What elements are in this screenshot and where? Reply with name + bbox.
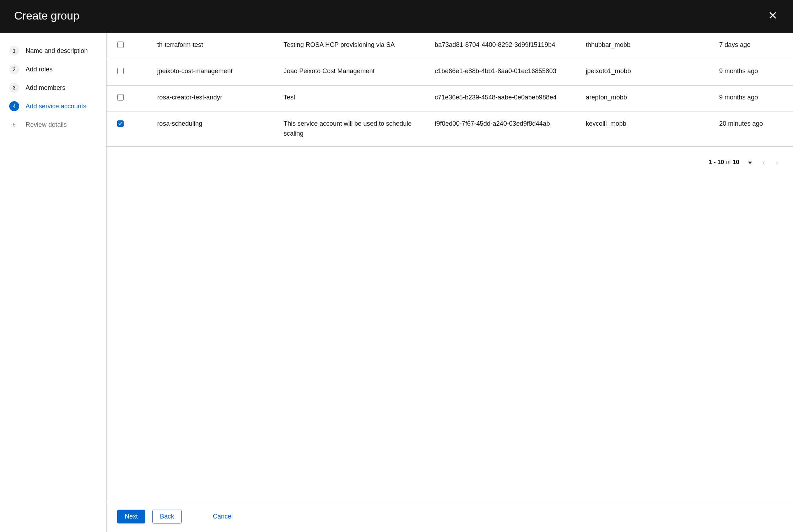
cell-client-id: c71e36e5-b239-4548-aabe-0e0abeb988e4	[435, 85, 586, 112]
pagination-prev[interactable]: ‹	[761, 157, 767, 168]
wizard-step-name-description[interactable]: 1 Name and description	[7, 42, 99, 60]
step-label: Add members	[26, 84, 65, 92]
cell-description: Test	[284, 85, 435, 112]
wizard-step-review-details[interactable]: 5 Review details	[7, 115, 99, 134]
service-accounts-table-wrapper: th-terraform-test Testing ROSA HCP provi…	[107, 33, 793, 501]
cell-owner: arepton_mobb	[586, 85, 719, 112]
cell-name: rosa-creator-test-andyr	[157, 85, 284, 112]
pagination: 1 - 10 of 10 ‹ ›	[107, 147, 793, 177]
step-label: Name and description	[26, 47, 88, 55]
cell-name: rosa-scheduling	[157, 112, 284, 147]
row-checkbox[interactable]	[117, 94, 124, 101]
step-number: 5	[9, 120, 19, 130]
pagination-of: of	[726, 159, 731, 165]
step-number: 1	[9, 46, 19, 56]
table-row: rosa-scheduling This service account wil…	[107, 112, 793, 147]
wizard-step-add-roles[interactable]: 2 Add roles	[7, 60, 99, 78]
wizard-footer: Next Back Cancel	[107, 501, 793, 532]
cell-time: 9 months ago	[719, 85, 793, 112]
step-number: 2	[9, 64, 19, 74]
row-checkbox[interactable]	[117, 120, 124, 127]
cell-client-id: ba73ad81-8704-4400-8292-3d99f15119b4	[435, 33, 586, 59]
table-row: rosa-creator-test-andyr Test c71e36e5-b2…	[107, 85, 793, 112]
wizard-main: th-terraform-test Testing ROSA HCP provi…	[107, 33, 793, 532]
cell-name: th-terraform-test	[157, 33, 284, 59]
pagination-next[interactable]: ›	[773, 157, 780, 168]
cell-owner: thhubbar_mobb	[586, 33, 719, 59]
step-number: 3	[9, 83, 19, 93]
cell-client-id: c1be66e1-e88b-4bb1-8aa0-01ec16855803	[435, 59, 586, 85]
step-label: Add service accounts	[26, 103, 86, 110]
step-label: Review details	[26, 121, 67, 129]
modal-body: 1 Name and description 2 Add roles 3 Add…	[0, 33, 793, 532]
cell-description: Testing ROSA HCP provisioning via SA	[284, 33, 435, 59]
row-checkbox[interactable]	[117, 68, 124, 74]
cell-owner: jpeixoto1_mobb	[586, 59, 719, 85]
cell-client-id: f9f0ed00-7f67-45dd-a240-03ed9f8d44ab	[435, 112, 586, 147]
cell-time: 9 months ago	[719, 59, 793, 85]
wizard-step-list: 1 Name and description 2 Add roles 3 Add…	[7, 42, 99, 134]
wizard-sidebar: 1 Name and description 2 Add roles 3 Add…	[0, 33, 107, 532]
caret-down-icon	[748, 162, 752, 164]
pagination-per-page-toggle[interactable]	[746, 158, 754, 167]
step-label: Add roles	[26, 66, 53, 73]
table-row: jpeixoto-cost-management Joao Peixoto Co…	[107, 59, 793, 85]
modal-title: Create group	[14, 9, 79, 22]
pagination-text: 1 - 10 of 10	[709, 159, 739, 166]
cell-time: 7 days ago	[719, 33, 793, 59]
cell-description: This service account will be used to sch…	[284, 112, 435, 147]
cell-name: jpeixoto-cost-management	[157, 59, 284, 85]
modal-header: Create group	[0, 0, 793, 33]
row-checkbox[interactable]	[117, 42, 124, 48]
table-row: th-terraform-test Testing ROSA HCP provi…	[107, 33, 793, 59]
cancel-button[interactable]: Cancel	[209, 510, 236, 523]
back-button[interactable]: Back	[152, 510, 182, 523]
step-number: 4	[9, 101, 19, 111]
pagination-range: 1 - 10	[709, 159, 724, 165]
close-button[interactable]	[767, 9, 779, 22]
next-button[interactable]: Next	[117, 510, 145, 523]
cell-time: 20 minutes ago	[719, 112, 793, 147]
cell-owner: kevcolli_mobb	[586, 112, 719, 147]
pagination-total: 10	[733, 159, 739, 165]
wizard-step-add-service-accounts[interactable]: 4 Add service accounts	[7, 97, 99, 115]
chevron-left-icon: ‹	[763, 158, 765, 166]
chevron-right-icon: ›	[776, 158, 778, 166]
service-accounts-table: th-terraform-test Testing ROSA HCP provi…	[107, 33, 793, 147]
create-group-wizard: Create group 1 Name and description 2 Ad…	[0, 0, 793, 532]
cell-description: Joao Peixoto Cost Management	[284, 59, 435, 85]
close-icon	[769, 11, 777, 19]
wizard-step-add-members[interactable]: 3 Add members	[7, 78, 99, 97]
